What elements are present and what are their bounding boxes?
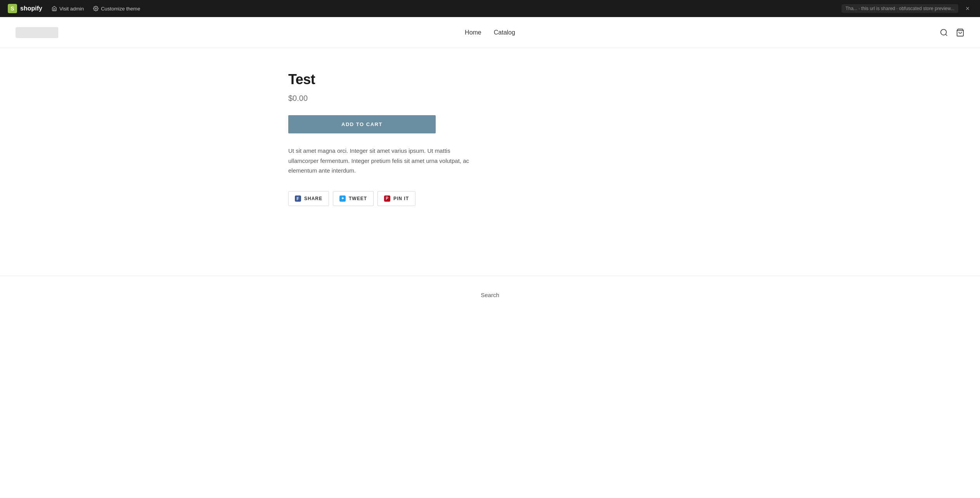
nav-link-catalog[interactable]: Catalog — [494, 29, 515, 36]
facebook-share-button[interactable]: f SHARE — [288, 191, 329, 206]
admin-bar: S shopify Visit admin Customize theme Th… — [0, 0, 980, 17]
pinterest-pin-button[interactable]: P PIN IT — [377, 191, 416, 206]
shopify-bag-icon: S — [8, 4, 17, 13]
footer: Search — [0, 276, 980, 314]
product-price: $0.00 — [288, 94, 521, 103]
main-content: Test $0.00 ADD TO CART Ut sit amet magna… — [257, 48, 723, 229]
customize-theme-link[interactable]: Customize theme — [93, 6, 140, 12]
customize-theme-label: Customize theme — [101, 6, 140, 12]
home-icon — [52, 6, 57, 11]
shopify-logo-text: shopify — [20, 5, 42, 12]
visit-admin-label: Visit admin — [59, 6, 84, 12]
pinterest-icon: P — [384, 195, 390, 202]
store-nav: Home Catalog — [0, 17, 980, 48]
product-description: Ut sit amet magna orci. Integer sit amet… — [288, 146, 482, 176]
svg-line-2 — [945, 34, 947, 36]
search-icon[interactable] — [940, 28, 948, 37]
close-icon[interactable]: × — [963, 4, 972, 13]
store-logo — [16, 27, 58, 38]
share-label: SHARE — [304, 196, 322, 201]
store-nav-links: Home Catalog — [465, 29, 515, 36]
pin-label: PIN IT — [393, 196, 409, 201]
nav-link-home[interactable]: Home — [465, 29, 481, 36]
shopify-logo[interactable]: S shopify — [8, 4, 42, 13]
visit-admin-link[interactable]: Visit admin — [52, 6, 84, 12]
preview-url: Tha... · this url is shared · obfuscated… — [841, 4, 958, 13]
facebook-icon: f — [295, 195, 301, 202]
product-section: Test $0.00 ADD TO CART Ut sit amet magna… — [288, 71, 521, 206]
svg-point-1 — [941, 29, 947, 35]
add-to-cart-button[interactable]: ADD TO CART — [288, 115, 436, 133]
svg-point-0 — [95, 8, 97, 9]
store-nav-icons — [940, 28, 964, 37]
cart-icon[interactable] — [956, 28, 964, 37]
admin-bar-right: Tha... · this url is shared · obfuscated… — [841, 4, 972, 13]
social-buttons: f SHARE ✦ TWEET P PIN IT — [288, 191, 521, 206]
store-logo-area — [16, 27, 58, 38]
twitter-tweet-button[interactable]: ✦ TWEET — [333, 191, 374, 206]
footer-search-link[interactable]: Search — [481, 292, 499, 298]
twitter-icon: ✦ — [339, 195, 346, 202]
product-title: Test — [288, 71, 521, 88]
gear-icon — [93, 6, 99, 11]
tweet-label: TWEET — [349, 196, 367, 201]
